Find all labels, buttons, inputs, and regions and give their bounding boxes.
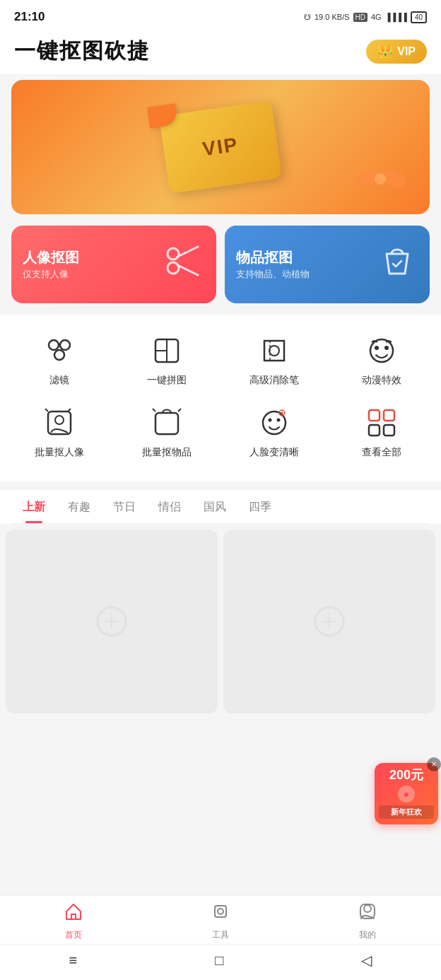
coupon-label: 新年狂欢 — [379, 805, 434, 819]
svg-point-15 — [375, 346, 379, 350]
svg-point-8 — [60, 340, 70, 350]
svg-line-22 — [153, 409, 155, 412]
tool-filter-label: 滤镜 — [49, 374, 69, 387]
vip-card-text: VIP — [201, 134, 240, 161]
tool-face-enhance[interactable]: 人脸变清晰 — [228, 398, 320, 465]
bottom-nav: 首页 工具 我的 ≡ □ ◁ — [0, 895, 441, 980]
tool-view-all-label: 查看全部 — [362, 446, 401, 459]
svg-point-18 — [55, 416, 64, 424]
portrait-card[interactable]: 人像抠图 仅支持人像 — [11, 226, 216, 303]
home-button[interactable]: □ — [215, 952, 223, 969]
eraser-icon — [255, 332, 293, 370]
svg-point-16 — [384, 346, 389, 350]
status-bar: 21:10 ☋ 19.0 KB/S HD 4G ▐▐▐▐ 40 — [0, 0, 441, 31]
svg-point-39 — [364, 905, 371, 912]
tool-collage[interactable]: 一键拼图 — [121, 326, 213, 392]
tool-view-all[interactable]: 查看全部 — [336, 398, 428, 465]
placeholder-2 — [308, 600, 351, 643]
svg-point-24 — [263, 412, 286, 434]
tool-filter[interactable]: 滤镜 — [13, 326, 105, 392]
svg-point-2 — [375, 173, 386, 185]
nav-tools[interactable]: 工具 — [147, 902, 294, 941]
tool-anime-label: 动漫特效 — [362, 374, 401, 387]
tab-new[interactable]: 上新 — [11, 490, 57, 523]
view-all-icon — [363, 404, 401, 442]
status-time: 21:10 — [14, 10, 45, 24]
content-col-left — [6, 530, 218, 736]
signal-bars: ▐▐▐▐ — [385, 13, 407, 21]
portrait-title: 人像抠图 — [23, 248, 79, 267]
tools-icon — [211, 902, 230, 926]
tool-collage-label: 一键拼图 — [147, 374, 187, 387]
filter-icon — [40, 332, 78, 370]
bluetooth-icon: ☋ — [304, 13, 311, 22]
nav-profile-label: 我的 — [359, 929, 376, 941]
nav-home[interactable]: 首页 — [0, 902, 147, 941]
tool-face-enhance-label: 人脸变清晰 — [249, 446, 299, 459]
nav-tools-label: 工具 — [212, 929, 229, 941]
header: 一键抠图砍捷 👑 VIP — [0, 31, 441, 74]
svg-point-14 — [370, 339, 393, 362]
tool-batch-object-label: 批量抠物品 — [142, 446, 192, 459]
svg-rect-37 — [215, 906, 226, 917]
tool-batch-portrait[interactable]: 批量抠人像 — [13, 398, 105, 465]
tab-holiday[interactable]: 节日 — [102, 490, 147, 523]
coupon-circle: ● — [398, 786, 415, 803]
nav-profile[interactable]: 我的 — [294, 902, 441, 941]
svg-rect-36 — [71, 914, 76, 919]
portrait-subtitle: 仅支持人像 — [23, 269, 69, 279]
content-card-2[interactable] — [223, 530, 435, 713]
object-card[interactable]: 物品抠图 支持物品、动植物 — [225, 226, 430, 303]
tool-anime[interactable]: 动漫特效 — [336, 326, 428, 392]
hd-icon: HD — [353, 13, 368, 22]
svg-line-5 — [177, 247, 198, 257]
tab-seasons[interactable]: 四季 — [237, 490, 283, 523]
crown-icon: 👑 — [377, 44, 393, 59]
shopping-bag-icon — [376, 240, 418, 290]
battery-icon: 40 — [411, 11, 427, 23]
anime-icon — [363, 332, 401, 370]
face-enhance-icon — [255, 404, 293, 442]
content-col-right — [223, 530, 435, 736]
tab-chinese[interactable]: 国风 — [192, 490, 237, 523]
svg-point-9 — [54, 350, 64, 360]
network-speed: 19.0 KB/S — [314, 13, 350, 21]
svg-rect-33 — [384, 425, 394, 436]
svg-point-4 — [167, 262, 179, 274]
nav-home-label: 首页 — [65, 929, 82, 941]
tab-couple[interactable]: 情侣 — [147, 490, 192, 523]
svg-point-26 — [277, 419, 281, 422]
scissors-icon — [163, 240, 205, 290]
placeholder-1 — [90, 600, 133, 643]
vip-button[interactable]: 👑 VIP — [366, 40, 427, 64]
tool-grid: 滤镜 一键拼图 高级消除笔 — [0, 315, 441, 482]
floating-coupon[interactable]: × 200元 ● 新年狂欢 — [375, 763, 438, 824]
tool-eraser[interactable]: 高级消除笔 — [228, 326, 320, 392]
svg-line-19 — [68, 409, 71, 412]
batch-portrait-icon — [40, 404, 78, 442]
back-button[interactable]: ◁ — [361, 952, 372, 969]
object-card-text: 物品抠图 支持物品、动植物 — [236, 248, 310, 281]
vip-card: VIP — [159, 100, 282, 193]
home-icon — [64, 902, 83, 926]
svg-point-38 — [218, 909, 223, 914]
coupon-body: 200元 ● 新年狂欢 — [375, 763, 438, 824]
content-card-1[interactable] — [6, 530, 218, 713]
tabs-container: 上新 有趣 节日 情侣 国风 四季 — [0, 490, 441, 524]
svg-point-25 — [269, 419, 272, 422]
svg-rect-32 — [369, 425, 380, 436]
tool-eraser-label: 高级消除笔 — [249, 374, 299, 387]
svg-line-20 — [45, 409, 48, 412]
svg-line-6 — [177, 265, 198, 275]
object-title: 物品抠图 — [236, 248, 310, 267]
tab-fun[interactable]: 有趣 — [57, 490, 102, 523]
profile-icon — [358, 902, 377, 926]
menu-button[interactable]: ≡ — [69, 952, 78, 969]
system-nav: ≡ □ ◁ — [0, 944, 441, 980]
feature-cards-container: 人像抠图 仅支持人像 物品抠图 支持物品、动植物 — [11, 226, 430, 303]
tabs: 上新 有趣 节日 情侣 国风 四季 — [11, 490, 430, 524]
tool-batch-object[interactable]: 批量抠物品 — [121, 398, 213, 465]
signal-4g: 4G — [371, 13, 382, 21]
vip-banner[interactable]: VIP — [11, 80, 430, 214]
svg-rect-21 — [155, 413, 178, 434]
